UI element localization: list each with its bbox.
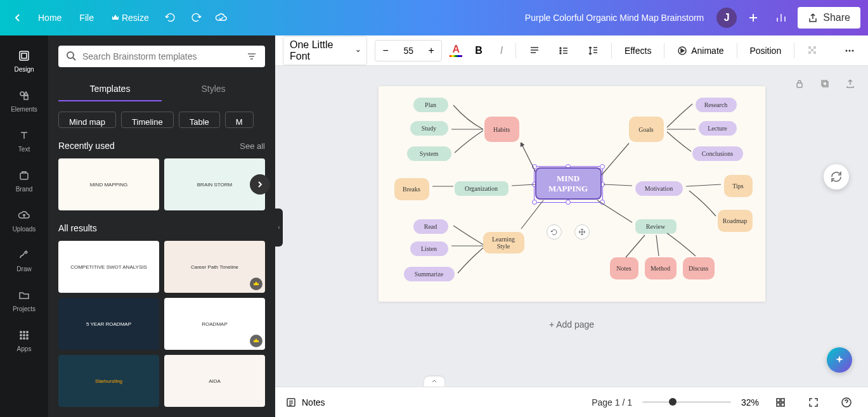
home-button[interactable]: Home — [30, 8, 69, 28]
node-read[interactable]: Read — [413, 219, 448, 234]
template-thumb[interactable]: 5 YEAR ROADMAP — [58, 298, 159, 350]
zoom-level[interactable]: 32% — [741, 397, 759, 407]
add-page-button[interactable]: + Add page — [379, 312, 765, 337]
more-options-button[interactable] — [839, 41, 860, 60]
footer-collapse[interactable] — [424, 376, 444, 387]
node-learning-style[interactable]: Learning Style — [483, 232, 524, 253]
svg-rect-28 — [822, 80, 827, 86]
increase-size-button[interactable]: + — [421, 41, 441, 61]
node-lecture[interactable]: Lecture — [699, 121, 737, 136]
analytics-button[interactable] — [770, 6, 793, 29]
file-menu[interactable]: File — [72, 8, 101, 28]
node-organization[interactable]: Organization — [455, 181, 508, 196]
node-roadmap[interactable]: Roadmap — [718, 210, 753, 232]
node-research[interactable]: Research — [696, 98, 737, 112]
siderail-projects[interactable]: Projects — [0, 280, 48, 320]
effects-button[interactable]: Effects — [619, 42, 657, 60]
siderail-brand[interactable]: Brand — [0, 160, 48, 200]
svg-point-6 — [23, 331, 25, 333]
cloud-sync-button[interactable] — [210, 6, 233, 29]
chip-more[interactable]: M — [225, 112, 254, 128]
chip-timeline[interactable]: Timeline — [121, 112, 174, 128]
node-conclusions[interactable]: Conclusions — [692, 146, 743, 161]
text-color-button[interactable]: A — [450, 44, 462, 57]
bold-button[interactable]: B — [470, 41, 488, 60]
share-button[interactable]: Share — [798, 7, 860, 29]
filter-icon[interactable] — [246, 51, 257, 62]
move-handle[interactable] — [574, 224, 590, 240]
node-goals[interactable]: Goals — [629, 117, 664, 142]
design-canvas[interactable]: MIND MAPPING Plan Study System Habits — [379, 86, 765, 302]
undo-button[interactable] — [159, 6, 182, 29]
template-thumb[interactable]: COMPETITIVE SWOT ANALYSIS — [58, 241, 159, 293]
lock-button[interactable] — [789, 74, 810, 94]
export-button[interactable] — [840, 74, 860, 94]
node-discuss[interactable]: Discuss — [683, 257, 715, 279]
siderail-design[interactable]: Design — [0, 41, 48, 80]
duplicate-button[interactable] — [815, 74, 835, 94]
redo-button[interactable] — [185, 6, 207, 29]
grid-view-button[interactable] — [769, 391, 792, 414]
transparency-button[interactable] — [802, 41, 824, 60]
svg-rect-32 — [781, 399, 784, 402]
template-thumb[interactable]: AIDA — [164, 355, 265, 407]
template-thumb[interactable]: MIND MAPPING — [58, 158, 159, 210]
node-summarize[interactable]: Summarize — [404, 267, 455, 281]
template-thumb[interactable]: Career Path Timeline — [164, 241, 265, 293]
italic-button[interactable]: I — [495, 41, 508, 60]
fullscreen-button[interactable] — [802, 391, 825, 414]
search-box[interactable] — [58, 46, 265, 67]
zoom-slider[interactable] — [642, 401, 731, 403]
help-button[interactable] — [835, 391, 858, 414]
node-study[interactable]: Study — [410, 121, 448, 136]
node-center[interactable]: MIND MAPPING — [535, 167, 602, 200]
template-thumb[interactable]: Starbursting — [58, 355, 159, 407]
user-avatar[interactable]: J — [716, 8, 737, 28]
siderail-elements[interactable]: Elements — [0, 80, 48, 120]
search-input[interactable] — [82, 51, 241, 61]
carousel-next[interactable] — [250, 174, 270, 195]
add-collaborator-button[interactable] — [742, 6, 765, 29]
position-button[interactable]: Position — [744, 42, 786, 60]
node-breaks[interactable]: Breaks — [394, 178, 429, 200]
canvas-area[interactable]: MIND MAPPING Plan Study System Habits — [275, 66, 868, 387]
siderail-draw[interactable]: Draw — [0, 240, 48, 280]
siderail-text[interactable]: Text — [0, 120, 48, 160]
cloud-check-icon — [215, 11, 228, 24]
animate-button[interactable]: Animate — [672, 42, 729, 60]
comment-fab[interactable] — [824, 164, 849, 189]
node-habits[interactable]: Habits — [484, 117, 519, 142]
node-notes[interactable]: Notes — [610, 257, 638, 279]
siderail-apps[interactable]: Apps — [0, 320, 48, 360]
node-motivation[interactable]: Motivation — [635, 181, 683, 196]
animate-icon — [677, 46, 687, 56]
font-family-select[interactable]: One Little Font — [283, 36, 367, 65]
resize-button[interactable]: Resize — [104, 8, 157, 28]
back-button[interactable] — [8, 8, 28, 28]
node-review[interactable]: Review — [635, 219, 677, 234]
node-plan[interactable]: Plan — [413, 98, 448, 112]
svg-point-15 — [560, 48, 561, 49]
rotate-handle[interactable] — [547, 224, 562, 240]
list-button[interactable] — [553, 41, 574, 60]
tab-templates[interactable]: Templates — [58, 77, 162, 101]
decrease-size-button[interactable]: − — [375, 41, 396, 61]
chip-mindmap[interactable]: Mind map — [58, 112, 116, 128]
spacing-button[interactable] — [582, 41, 604, 60]
template-thumb[interactable]: ROADMAP — [164, 298, 265, 350]
tab-styles[interactable]: Styles — [162, 77, 265, 101]
node-system[interactable]: System — [407, 146, 451, 161]
chip-table[interactable]: Table — [179, 112, 220, 128]
node-listen[interactable]: Listen — [410, 241, 448, 256]
node-method[interactable]: Method — [645, 257, 677, 279]
chevron-up-icon — [431, 378, 437, 385]
svg-point-12 — [23, 337, 25, 340]
see-all-link[interactable]: See all — [240, 141, 265, 151]
notes-button[interactable]: Notes — [285, 397, 325, 408]
node-tips[interactable]: Tips — [724, 175, 753, 197]
alignment-button[interactable] — [524, 41, 545, 60]
document-title[interactable]: Purple Colorful Organic Mind Map Brainst… — [525, 13, 704, 23]
magic-fab[interactable] — [827, 347, 852, 373]
font-size-input[interactable] — [396, 46, 421, 56]
siderail-uploads[interactable]: Uploads — [0, 200, 48, 240]
